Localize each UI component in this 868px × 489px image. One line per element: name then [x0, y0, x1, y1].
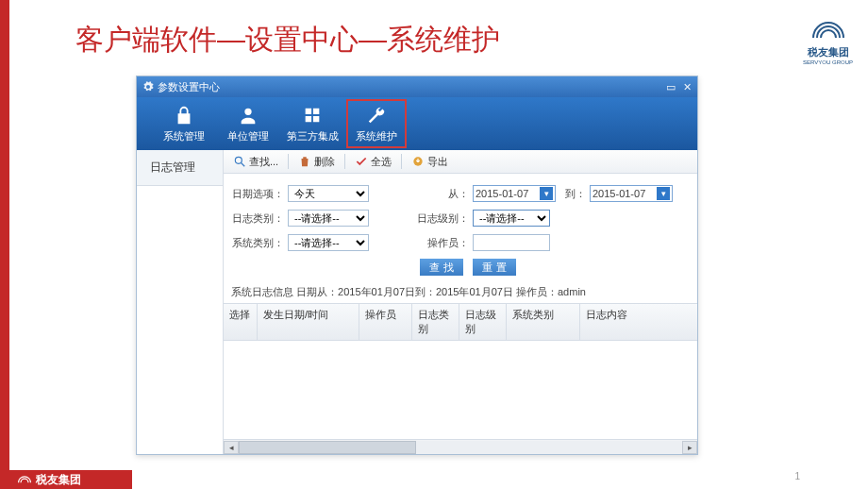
window-close-button[interactable]: ✕: [683, 81, 692, 93]
label-operator: 操作员：: [375, 236, 473, 250]
th-sys-type[interactable]: 系统类别: [507, 304, 580, 340]
brand-logo: 税友集团 SERVYOU GROUP: [803, 21, 853, 65]
sidebar-item-log-manage[interactable]: 日志管理: [137, 150, 223, 186]
date-option-select[interactable]: 今天: [288, 185, 369, 202]
separator: [344, 154, 345, 169]
tab-unit-manage[interactable]: 单位管理: [216, 97, 280, 150]
tab-third-party[interactable]: 第三方集成: [280, 97, 344, 150]
log-type-select[interactable]: --请选择--: [288, 210, 369, 227]
toolbar-export-button[interactable]: 导出: [406, 153, 454, 171]
gear-icon: [142, 81, 154, 93]
wrench-icon: [366, 105, 387, 126]
brand-sub: SERVYOU GROUP: [803, 59, 853, 65]
th-operator[interactable]: 操作员: [359, 304, 412, 340]
dropdown-icon: ▾: [540, 187, 553, 200]
export-icon: [411, 155, 425, 168]
th-datetime[interactable]: 发生日期/时间: [258, 304, 359, 340]
lock-icon: [174, 105, 194, 126]
label-sys-type: 系统类别：: [227, 236, 288, 250]
horizontal-scrollbar[interactable]: ◂ ▸: [224, 439, 697, 454]
svg-line-1: [242, 163, 245, 167]
accent-bar: [0, 0, 9, 489]
main-tabbar: 系统管理 单位管理 第三方集成 系统维护: [137, 97, 697, 150]
label-log-type: 日志类别：: [227, 211, 288, 226]
label-from: 从：: [424, 187, 473, 201]
th-log-level[interactable]: 日志级别: [459, 304, 507, 340]
trash-icon: [298, 155, 311, 168]
tab-label: 第三方集成: [287, 129, 339, 143]
logo-arc-icon: [810, 21, 847, 40]
logo-arc-icon: [17, 474, 32, 485]
footer-brand: 税友集团: [9, 470, 132, 489]
th-select[interactable]: 选择: [224, 304, 258, 340]
plug-icon: [302, 105, 323, 126]
status-line: 系统日志信息 日期从：2015年01月07日到：2015年01月07日 操作员：…: [224, 279, 697, 303]
separator: [401, 154, 402, 169]
log-level-select[interactable]: --请选择--: [473, 210, 550, 227]
tab-system-maintain[interactable]: 系统维护: [344, 97, 409, 150]
svg-point-0: [235, 157, 242, 163]
window-title: 参数设置中心: [158, 80, 220, 94]
date-from-picker[interactable]: 2015-01-07▾: [473, 185, 556, 202]
scroll-left-arrow[interactable]: ◂: [224, 441, 239, 454]
reset-button[interactable]: 重 置: [473, 259, 516, 276]
table-header: 选择 发生日期/时间 操作员 日志类别 日志级别 系统类别 日志内容: [224, 303, 697, 341]
toolbar: 查找... 删除 全选 导出: [224, 150, 697, 174]
sys-type-select[interactable]: --请选择--: [288, 234, 369, 251]
scroll-right-arrow[interactable]: ▸: [682, 441, 697, 454]
dropdown-icon: ▾: [657, 187, 670, 200]
th-content[interactable]: 日志内容: [580, 304, 697, 340]
page-title: 客户端软件—设置中心—系统维护: [75, 21, 500, 59]
tab-label: 系统维护: [356, 129, 397, 143]
search-icon: [233, 155, 246, 168]
label-date-option: 日期选项：: [227, 187, 288, 201]
label-log-level: 日志级别：: [375, 211, 473, 226]
date-to-picker[interactable]: 2015-01-07▾: [590, 185, 673, 202]
separator: [288, 154, 289, 169]
tab-label: 单位管理: [227, 129, 269, 143]
th-log-type[interactable]: 日志类别: [412, 304, 459, 340]
toolbar-delete-button[interactable]: 删除: [292, 153, 341, 171]
operator-input[interactable]: [473, 234, 550, 251]
tab-label: 系统管理: [163, 129, 205, 143]
toolbar-search-button[interactable]: 查找...: [227, 153, 284, 171]
table-body: [224, 341, 697, 439]
sidebar-item-label: 日志管理: [150, 160, 195, 174]
window-titlebar[interactable]: 参数设置中心 ▭ ✕: [137, 76, 697, 97]
check-icon: [355, 155, 368, 168]
sidebar: 日志管理: [137, 150, 224, 454]
footer-brand-name: 税友集团: [36, 472, 81, 488]
search-button[interactable]: 查 找: [420, 259, 463, 276]
tab-system-manage[interactable]: 系统管理: [152, 97, 216, 150]
page-number: 1: [794, 471, 800, 481]
scroll-thumb[interactable]: [239, 441, 416, 454]
users-icon: [238, 105, 259, 126]
brand-name: 税友集团: [803, 45, 853, 59]
toolbar-selectall-button[interactable]: 全选: [349, 153, 397, 171]
settings-window: 参数设置中心 ▭ ✕ 系统管理 单位管理 第三方集成 系统维护 日志管理: [136, 76, 698, 455]
label-to: 到：: [556, 187, 590, 201]
scroll-track[interactable]: [239, 441, 682, 454]
filter-panel: 日期选项： 今天 从： 2015-01-07▾ 到： 2015-01-07▾ 日…: [224, 174, 697, 279]
window-minimize-button[interactable]: ▭: [666, 81, 676, 93]
